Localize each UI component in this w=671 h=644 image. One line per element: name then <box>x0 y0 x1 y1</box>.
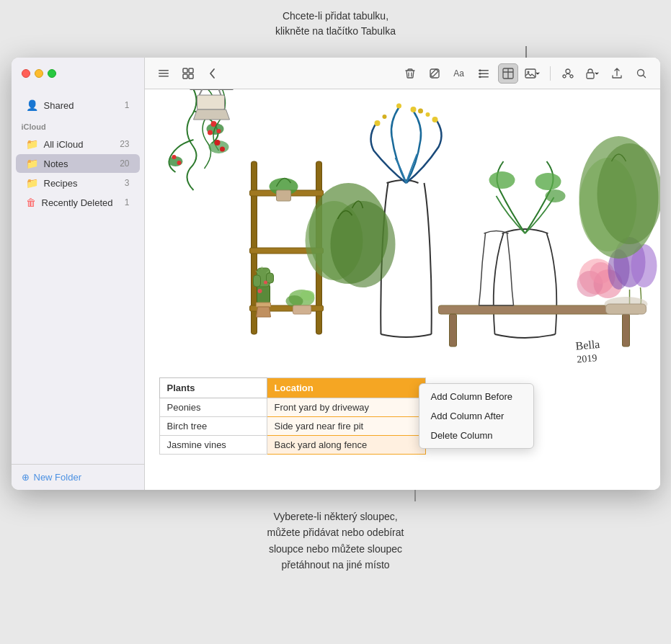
svg-point-12 <box>479 72 481 74</box>
checklist-button[interactable] <box>474 63 494 84</box>
main-toolbar: Aa <box>145 58 660 89</box>
back-button[interactable] <box>203 63 223 84</box>
recipes-count: 3 <box>125 178 130 188</box>
export-button[interactable] <box>607 63 627 84</box>
lock-button[interactable] <box>582 63 603 84</box>
svg-point-63 <box>396 104 401 109</box>
svg-rect-56 <box>293 305 311 314</box>
svg-point-30 <box>172 155 176 159</box>
table-area: Plants Location Peonies Front yard by dr… <box>145 370 660 472</box>
svg-point-31 <box>177 161 181 165</box>
share-icon-button[interactable] <box>558 63 578 84</box>
callout-top: Chcete-li přidat tabulku, klikněte na tl… <box>275 0 396 46</box>
sidebar-item-all-icloud[interactable]: 📁 All iCloud 23 <box>16 135 140 153</box>
grid-view-button[interactable] <box>178 63 198 84</box>
plant-cell[interactable]: Birch tree <box>159 417 267 436</box>
callout-bottom-line1: Vyberete-li některý sloupec, <box>273 511 397 522</box>
location-cell[interactable]: Side yard near fire pit <box>267 417 425 436</box>
app-window: 👤 Shared 1 iCloud 📁 All iCloud 23 📁 Note… <box>12 58 660 490</box>
svg-rect-6 <box>189 74 193 79</box>
main-area: Aa <box>145 58 660 490</box>
callout-bottom-line3: sloupce nebo můžete sloupec <box>269 543 402 555</box>
svg-rect-2 <box>159 76 169 77</box>
new-folder-button[interactable]: ⊕ New Folder <box>22 472 134 483</box>
table-row: Birch tree Side yard near fire pit <box>159 417 425 436</box>
svg-point-69 <box>545 189 565 202</box>
svg-text:2019: 2019 <box>576 352 597 365</box>
svg-point-55 <box>300 290 314 300</box>
notes-icon: 📁 <box>26 158 38 169</box>
svg-rect-46 <box>266 273 273 283</box>
recently-deleted-count: 1 <box>125 197 130 207</box>
svg-point-34 <box>220 147 225 152</box>
svg-point-58 <box>425 112 430 117</box>
minimize-button[interactable] <box>35 69 43 78</box>
location-cell[interactable]: Back yard along fence <box>267 436 425 455</box>
table-row: Peonies Front yard by driveway <box>159 398 425 417</box>
all-icloud-count: 23 <box>120 139 129 149</box>
trash-icon: 🗑 <box>26 197 36 208</box>
plant-drawing: Bella 2019 <box>145 89 660 370</box>
sidebar-item-recipes[interactable]: 📁 Recipes 3 <box>16 174 140 192</box>
recipes-icon: 📁 <box>26 177 38 189</box>
delete-button[interactable] <box>400 63 420 84</box>
new-folder-label: New Folder <box>34 472 81 483</box>
icloud-section-label: iCloud <box>12 115 144 134</box>
recipes-label: Recipes <box>44 178 119 189</box>
svg-point-60 <box>374 120 380 126</box>
new-folder-icon: ⊕ <box>22 472 30 483</box>
plant-cell[interactable]: Peonies <box>159 398 267 417</box>
sidebar-item-notes[interactable]: 📁 Notes 20 <box>16 154 140 173</box>
notes-count: 20 <box>120 158 129 169</box>
svg-rect-71 <box>449 314 456 346</box>
svg-rect-0 <box>159 70 169 71</box>
callout-bottom: Vyberete-li některý sloupec, můžete přid… <box>267 501 404 573</box>
svg-text:Bella: Bella <box>574 338 600 352</box>
svg-rect-17 <box>525 69 536 78</box>
list-view-button[interactable] <box>154 63 174 84</box>
table-row: Jasmine vines Back yard along fence <box>159 436 425 455</box>
note-content[interactable]: Bella 2019 Plants Locat <box>145 89 660 490</box>
font-button[interactable]: Aa <box>449 63 469 84</box>
svg-point-33 <box>214 140 220 146</box>
search-button[interactable] <box>631 63 652 84</box>
add-column-before-item[interactable]: Add Column Before <box>419 387 533 406</box>
col-location-header: Location <box>267 378 425 398</box>
sidebar-content: 👤 Shared 1 iCloud 📁 All iCloud 23 📁 Note… <box>12 89 144 464</box>
svg-point-61 <box>382 115 386 119</box>
sidebar-item-recently-deleted[interactable]: 🗑 Recently Deleted 1 <box>16 193 140 212</box>
close-button[interactable] <box>22 69 30 78</box>
svg-rect-35 <box>197 95 224 109</box>
plants-table[interactable]: Plants Location Peonies Front yard by dr… <box>159 377 426 455</box>
svg-rect-5 <box>183 74 187 79</box>
callout-bottom-arrow <box>414 490 416 501</box>
toolbar-sep1 <box>550 66 551 81</box>
sidebar-bottom: ⊕ New Folder <box>12 464 144 490</box>
svg-rect-81 <box>605 304 646 314</box>
shared-label: Shared <box>44 100 119 111</box>
svg-point-57 <box>432 117 437 122</box>
location-cell[interactable]: Front yard by driveway <box>267 398 425 417</box>
maximize-button[interactable] <box>48 69 56 78</box>
traffic-lights <box>22 69 56 78</box>
callout-bottom-line2: můžete přidávat nebo odebírat <box>267 527 404 538</box>
svg-point-62 <box>410 107 416 112</box>
titlebar <box>12 58 144 89</box>
sidebar-item-shared[interactable]: 👤 Shared 1 <box>16 96 140 115</box>
svg-point-20 <box>563 75 566 78</box>
plant-cell[interactable]: Jasmine vines <box>159 436 267 455</box>
svg-rect-72 <box>622 314 629 346</box>
callout-top-line1: Chcete-li přidat tabulku, <box>283 10 388 22</box>
new-note-button[interactable] <box>425 63 445 84</box>
table-button[interactable] <box>498 63 518 84</box>
svg-rect-3 <box>183 68 187 73</box>
add-column-after-item[interactable]: Add Column After <box>419 406 533 426</box>
svg-point-13 <box>479 76 481 78</box>
svg-point-51 <box>264 281 267 285</box>
context-menu: Add Column Before Add Column After Delet… <box>419 383 534 449</box>
svg-point-86 <box>597 143 660 244</box>
media-button[interactable] <box>523 63 543 84</box>
recently-deleted-label: Recently Deleted <box>42 197 119 208</box>
delete-column-item[interactable]: Delete Column <box>419 426 533 445</box>
notes-label: Notes <box>44 158 115 169</box>
